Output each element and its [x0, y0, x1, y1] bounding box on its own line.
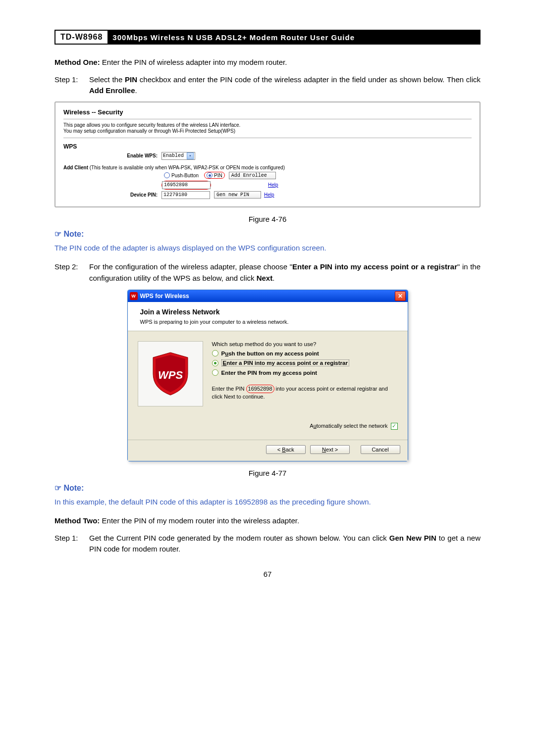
wizard-titlebar: W WPS for Wireless ✕: [128, 290, 408, 302]
option-push-button[interactable]: Push the button on my access point: [212, 350, 398, 356]
wizard-body: WPS Which setup method do you want to us…: [128, 331, 408, 440]
pin-radio-label: PIN: [214, 173, 222, 178]
enable-wps-select[interactable]: Enabled ▾: [161, 152, 195, 160]
figure-2-caption: Figure 4-77: [54, 469, 481, 477]
pin-highlight: 16952898: [246, 385, 274, 393]
doc-title: 300Mbps Wireless N USB ADSL2+ Modem Rout…: [107, 31, 480, 44]
step-1-label: Step 1:: [54, 74, 89, 97]
radio-icon: [212, 350, 218, 356]
step-2: Step 2: For the configuration of the wir…: [54, 261, 481, 284]
method-two: Method Two: Enter the PIN of my modem ro…: [54, 515, 481, 527]
wps-wizard-window: W WPS for Wireless ✕ Join a Wireless Net…: [127, 290, 408, 461]
wizard-options: Which setup method do you want to use? P…: [212, 341, 398, 430]
method-one-label: Method One:: [54, 58, 100, 66]
note-1-label: Note:: [54, 229, 481, 239]
client-pin-input[interactable]: 16952898: [162, 181, 211, 189]
step-2-body: For the configuration of the wireless ad…: [89, 261, 481, 284]
help-link-1[interactable]: Help: [268, 182, 278, 188]
wps-heading: WPS: [63, 143, 472, 150]
note-1-text: The PIN code of the adapter is always di…: [54, 243, 481, 254]
note-2-text: In this example, the default PIN code of…: [54, 497, 481, 508]
wizard-footer: < Back Next > Cancel: [128, 440, 408, 461]
pin-radio-highlight: PIN: [204, 172, 225, 179]
pin-value-highlight: 16952898: [161, 181, 211, 190]
svg-text:WPS: WPS: [158, 369, 182, 381]
wps-app-icon: W: [130, 292, 138, 300]
wps-logo: WPS: [138, 341, 203, 406]
cancel-button[interactable]: Cancel: [361, 445, 400, 454]
close-icon[interactable]: ✕: [395, 291, 406, 301]
gen-new-pin-button[interactable]: Gen new PIN: [214, 191, 261, 199]
help-link-2[interactable]: Help: [264, 192, 274, 198]
chevron-down-icon: ▾: [187, 152, 194, 159]
step-1b: Step 1: Get the Current PIN code generat…: [54, 533, 481, 555]
add-client-row: Add Client (This feature is available on…: [63, 165, 472, 170]
step-1-body: Select the PIN checkbox and enter the PI…: [89, 74, 481, 97]
note-2-label: Note:: [54, 483, 481, 493]
step-1b-label: Step 1:: [54, 533, 89, 555]
figure-1-caption: Figure 4-76: [54, 215, 481, 223]
step-1: Step 1: Select the PIN checkbox and ente…: [54, 74, 481, 97]
method-one: Method One: Enter the PIN of wireless ad…: [54, 57, 481, 68]
add-enrollee-button[interactable]: Add Enrollee: [229, 172, 276, 179]
back-button[interactable]: < Back: [266, 445, 306, 454]
option-enter-pin-from-ap[interactable]: Enter the PIN from my access point: [212, 369, 398, 376]
device-pin-label: Device PIN:: [63, 192, 161, 198]
pin-radio[interactable]: [207, 172, 213, 178]
checkbox-checked-icon[interactable]: ✓: [391, 423, 398, 430]
auto-select-row[interactable]: Automatically select the network ✓: [212, 423, 398, 430]
wizard-hint: Enter the PIN 16952898 into your access …: [212, 385, 398, 401]
radio-icon: [212, 369, 218, 376]
page-header: TD-W8968 300Mbps Wireless N USB ADSL2+ M…: [54, 30, 481, 45]
radio-icon-selected: [212, 360, 218, 366]
push-button-label: Push-Button: [171, 173, 199, 178]
method-one-text: Enter the PIN of wireless adapter into m…: [100, 58, 287, 66]
step-1b-body: Get the Current PIN code generated by th…: [89, 533, 481, 555]
step-2-label: Step 2:: [54, 261, 89, 284]
router-screenshot: Wireless -- Security This page allows yo…: [54, 101, 481, 207]
wizard-subheading: WPS is preparing to join your computer t…: [140, 319, 398, 325]
push-button-radio[interactable]: [164, 172, 170, 178]
model-number: TD-W8968: [55, 31, 107, 44]
option-enter-pin-into-ap[interactable]: Enter a PIN into my access point or a re…: [212, 359, 398, 366]
wizard-header: Join a Wireless Network WPS is preparing…: [128, 302, 408, 331]
router-section-title: Wireless -- Security: [63, 108, 472, 116]
method-two-text: Enter the PIN of my modem router into th…: [100, 516, 299, 525]
wizard-window-title: WPS for Wireless: [140, 293, 395, 300]
wizard-question: Which setup method do you want to use?: [212, 341, 398, 347]
page-number: 67: [54, 570, 481, 578]
router-description: This page allows you to configure securi…: [63, 122, 472, 135]
enable-wps-label: Enable WPS:: [63, 153, 161, 158]
device-pin-input[interactable]: 12279180: [161, 191, 210, 199]
next-button[interactable]: Next >: [310, 445, 350, 454]
wizard-heading: Join a Wireless Network: [140, 308, 398, 316]
method-two-label: Method Two:: [54, 516, 100, 525]
